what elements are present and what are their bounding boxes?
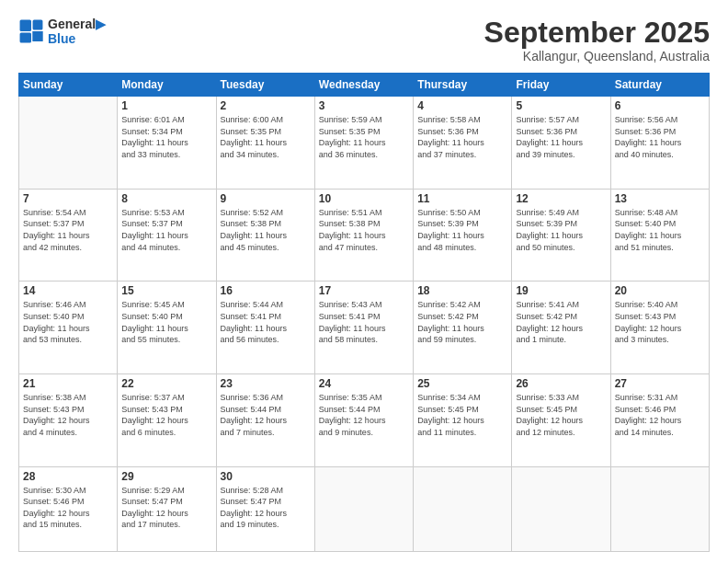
day-info: Sunrise: 5:56 AM Sunset: 5:36 PM Dayligh… — [615, 114, 705, 160]
calendar-cell: 8Sunrise: 5:53 AM Sunset: 5:37 PM Daylig… — [118, 189, 216, 282]
calendar-cell: 15Sunrise: 5:45 AM Sunset: 5:40 PM Dayli… — [118, 282, 216, 374]
day-info: Sunrise: 5:42 AM Sunset: 5:42 PM Dayligh… — [417, 299, 507, 345]
weekday-header-row: SundayMondayTuesdayWednesdayThursdayFrid… — [19, 74, 710, 97]
day-number: 29 — [121, 470, 211, 483]
day-number: 17 — [319, 284, 409, 297]
day-number: 30 — [221, 470, 311, 483]
day-number: 22 — [121, 377, 211, 390]
calendar-week-1: 1Sunrise: 6:01 AM Sunset: 5:34 PM Daylig… — [19, 97, 710, 190]
logo: General▶ Blue — [18, 17, 106, 46]
logo-icon — [18, 18, 44, 44]
calendar-cell — [512, 466, 610, 551]
location-subtitle: Kallangur, Queensland, Australia — [484, 49, 710, 63]
calendar-cell: 3Sunrise: 5:59 AM Sunset: 5:35 PM Daylig… — [314, 97, 413, 190]
calendar-week-2: 7Sunrise: 5:54 AM Sunset: 5:37 PM Daylig… — [19, 189, 710, 282]
day-info: Sunrise: 5:28 AM Sunset: 5:47 PM Dayligh… — [221, 485, 311, 531]
calendar-cell: 24Sunrise: 5:35 AM Sunset: 5:44 PM Dayli… — [314, 374, 413, 467]
calendar-week-4: 21Sunrise: 5:38 AM Sunset: 5:43 PM Dayli… — [19, 374, 710, 467]
day-info: Sunrise: 5:46 AM Sunset: 5:40 PM Dayligh… — [23, 299, 113, 345]
day-number: 6 — [615, 99, 705, 112]
weekday-header-tuesday: Tuesday — [216, 74, 314, 97]
day-number: 7 — [23, 192, 113, 205]
day-number: 19 — [516, 284, 606, 297]
day-info: Sunrise: 5:44 AM Sunset: 5:41 PM Dayligh… — [221, 299, 311, 345]
day-number: 10 — [319, 192, 409, 205]
calendar-cell — [414, 466, 512, 551]
day-number: 2 — [221, 99, 311, 112]
calendar-cell: 30Sunrise: 5:28 AM Sunset: 5:47 PM Dayli… — [216, 466, 314, 551]
calendar-cell: 26Sunrise: 5:33 AM Sunset: 5:45 PM Dayli… — [512, 374, 610, 467]
day-number: 25 — [417, 377, 507, 390]
calendar-cell — [314, 466, 413, 551]
calendar-week-5: 28Sunrise: 5:30 AM Sunset: 5:46 PM Dayli… — [19, 466, 710, 551]
day-number: 3 — [319, 99, 409, 112]
day-number: 20 — [615, 284, 705, 297]
day-info: Sunrise: 6:01 AM Sunset: 5:34 PM Dayligh… — [121, 114, 211, 160]
day-number: 23 — [221, 377, 311, 390]
day-number: 13 — [615, 192, 705, 205]
weekday-header-saturday: Saturday — [610, 74, 709, 97]
calendar-cell: 23Sunrise: 5:36 AM Sunset: 5:44 PM Dayli… — [216, 374, 314, 467]
day-number: 21 — [23, 377, 113, 390]
calendar-cell: 21Sunrise: 5:38 AM Sunset: 5:43 PM Dayli… — [19, 374, 118, 467]
svg-rect-0 — [20, 20, 31, 31]
day-number: 5 — [516, 99, 606, 112]
calendar-cell: 20Sunrise: 5:40 AM Sunset: 5:43 PM Dayli… — [610, 282, 709, 374]
weekday-header-monday: Monday — [118, 74, 216, 97]
calendar-cell: 12Sunrise: 5:49 AM Sunset: 5:39 PM Dayli… — [512, 189, 610, 282]
day-info: Sunrise: 6:00 AM Sunset: 5:35 PM Dayligh… — [221, 114, 311, 160]
calendar-cell: 17Sunrise: 5:43 AM Sunset: 5:41 PM Dayli… — [314, 282, 413, 374]
calendar-cell: 16Sunrise: 5:44 AM Sunset: 5:41 PM Dayli… — [216, 282, 314, 374]
day-info: Sunrise: 5:36 AM Sunset: 5:44 PM Dayligh… — [221, 392, 311, 438]
calendar-table: SundayMondayTuesdayWednesdayThursdayFrid… — [18, 73, 710, 552]
day-number: 12 — [516, 192, 606, 205]
page: General▶ Blue September 2025 Kallangur, … — [0, 0, 728, 563]
day-number: 27 — [615, 377, 705, 390]
calendar-cell: 1Sunrise: 6:01 AM Sunset: 5:34 PM Daylig… — [118, 97, 216, 190]
calendar-cell: 18Sunrise: 5:42 AM Sunset: 5:42 PM Dayli… — [414, 282, 512, 374]
day-number: 4 — [417, 99, 507, 112]
day-info: Sunrise: 5:41 AM Sunset: 5:42 PM Dayligh… — [516, 299, 606, 345]
day-info: Sunrise: 5:37 AM Sunset: 5:43 PM Dayligh… — [121, 392, 211, 438]
svg-rect-1 — [33, 20, 43, 30]
calendar-cell: 5Sunrise: 5:57 AM Sunset: 5:36 PM Daylig… — [512, 97, 610, 190]
calendar-cell: 4Sunrise: 5:58 AM Sunset: 5:36 PM Daylig… — [414, 97, 512, 190]
day-info: Sunrise: 5:52 AM Sunset: 5:38 PM Dayligh… — [221, 207, 311, 253]
day-info: Sunrise: 5:54 AM Sunset: 5:37 PM Dayligh… — [23, 207, 113, 253]
day-number: 18 — [417, 284, 507, 297]
day-number: 1 — [121, 99, 211, 112]
day-info: Sunrise: 5:48 AM Sunset: 5:40 PM Dayligh… — [615, 207, 705, 253]
day-info: Sunrise: 5:45 AM Sunset: 5:40 PM Dayligh… — [121, 299, 211, 345]
day-number: 15 — [121, 284, 211, 297]
day-info: Sunrise: 5:58 AM Sunset: 5:36 PM Dayligh… — [417, 114, 507, 160]
day-info: Sunrise: 5:30 AM Sunset: 5:46 PM Dayligh… — [23, 485, 113, 531]
calendar-cell: 2Sunrise: 6:00 AM Sunset: 5:35 PM Daylig… — [216, 97, 314, 190]
weekday-header-sunday: Sunday — [19, 74, 118, 97]
header: General▶ Blue September 2025 Kallangur, … — [18, 17, 710, 63]
calendar-cell — [19, 97, 118, 190]
calendar-cell: 14Sunrise: 5:46 AM Sunset: 5:40 PM Dayli… — [19, 282, 118, 374]
calendar-cell: 22Sunrise: 5:37 AM Sunset: 5:43 PM Dayli… — [118, 374, 216, 467]
title-block: September 2025 Kallangur, Queensland, Au… — [484, 17, 710, 63]
day-info: Sunrise: 5:57 AM Sunset: 5:36 PM Dayligh… — [516, 114, 606, 160]
svg-rect-3 — [20, 33, 31, 43]
weekday-header-thursday: Thursday — [414, 74, 512, 97]
calendar-cell: 13Sunrise: 5:48 AM Sunset: 5:40 PM Dayli… — [610, 189, 709, 282]
weekday-header-friday: Friday — [512, 74, 610, 97]
day-info: Sunrise: 5:29 AM Sunset: 5:47 PM Dayligh… — [121, 485, 211, 531]
day-number: 26 — [516, 377, 606, 390]
calendar-cell — [610, 466, 709, 551]
day-info: Sunrise: 5:50 AM Sunset: 5:39 PM Dayligh… — [417, 207, 507, 253]
day-info: Sunrise: 5:31 AM Sunset: 5:46 PM Dayligh… — [615, 392, 705, 438]
day-info: Sunrise: 5:34 AM Sunset: 5:45 PM Dayligh… — [417, 392, 507, 438]
weekday-header-wednesday: Wednesday — [314, 74, 413, 97]
calendar-week-3: 14Sunrise: 5:46 AM Sunset: 5:40 PM Dayli… — [19, 282, 710, 374]
calendar-cell: 19Sunrise: 5:41 AM Sunset: 5:42 PM Dayli… — [512, 282, 610, 374]
day-info: Sunrise: 5:49 AM Sunset: 5:39 PM Dayligh… — [516, 207, 606, 253]
day-number: 9 — [221, 192, 311, 205]
calendar-cell: 27Sunrise: 5:31 AM Sunset: 5:46 PM Dayli… — [610, 374, 709, 467]
day-info: Sunrise: 5:38 AM Sunset: 5:43 PM Dayligh… — [23, 392, 113, 438]
calendar-cell: 29Sunrise: 5:29 AM Sunset: 5:47 PM Dayli… — [118, 466, 216, 551]
calendar-cell: 11Sunrise: 5:50 AM Sunset: 5:39 PM Dayli… — [414, 189, 512, 282]
day-number: 8 — [121, 192, 211, 205]
